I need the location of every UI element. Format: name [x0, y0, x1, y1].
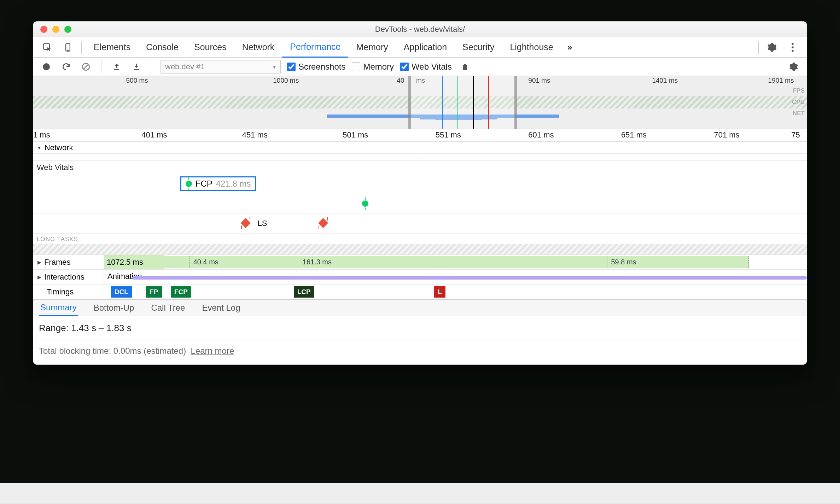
svg-rect-10 — [134, 69, 139, 70]
collapsed-indicator[interactable]: ⋯ — [33, 154, 807, 161]
tab-performance[interactable]: Performance — [282, 37, 348, 58]
frame-block[interactable]: 40.4 ms — [190, 256, 299, 268]
layout-shift-marker[interactable] — [318, 218, 328, 228]
tab-security[interactable]: Security — [455, 37, 502, 58]
svg-point-6 — [43, 63, 50, 70]
ruler-tick: 401 ms — [141, 130, 167, 140]
overview-brush[interactable] — [408, 76, 517, 129]
overview-labels: FPS CPU NET — [792, 85, 805, 119]
record-button[interactable] — [40, 60, 53, 74]
window-controls — [33, 26, 71, 33]
details-tab-summary[interactable]: Summary — [39, 299, 78, 316]
overview-tick: 901 ms — [528, 77, 550, 84]
overview-tick: 40 — [397, 77, 404, 84]
tab-memory[interactable]: Memory — [348, 37, 396, 58]
tab-network[interactable]: Network — [234, 37, 282, 58]
timings-label: Timings — [47, 287, 74, 297]
fcp-value: 421.8 ms — [216, 179, 251, 189]
disclosure-triangle-icon: ▶ — [37, 274, 41, 280]
fcp-label: FCP — [196, 179, 212, 189]
svg-line-8 — [84, 64, 88, 69]
overview-tick: 1901 ms — [768, 77, 794, 84]
web-vitals-section: Web Vitals FCP 421.8 ms LS LONG TASKS — [33, 161, 807, 255]
ruler-tick: 701 ms — [714, 130, 739, 140]
separator — [101, 60, 101, 73]
inspect-icon[interactable] — [38, 38, 57, 57]
ruler-tick: 601 ms — [528, 130, 554, 140]
kebab-menu-icon[interactable] — [783, 38, 802, 57]
clear-button[interactable] — [79, 60, 93, 74]
delete-button[interactable] — [458, 60, 472, 74]
tab-sources[interactable]: Sources — [186, 37, 234, 58]
screenshots-checkbox[interactable]: Screenshots — [287, 62, 345, 72]
long-tasks-lane — [33, 244, 807, 255]
details-tab-call-tree[interactable]: Call Tree — [150, 299, 186, 316]
web-vitals-header[interactable]: Web Vitals — [33, 161, 807, 174]
details-tab-event-log[interactable]: Event Log — [200, 299, 241, 316]
webvitals-checkbox[interactable]: Web Vitals — [400, 62, 452, 72]
panel-tabs: ElementsConsoleSourcesNetworkPerformance… — [33, 37, 807, 58]
frames-track[interactable]: ▶Frames 1072.5 ms 40.4 ms161.3 ms59.8 ms — [33, 255, 807, 270]
disclosure-triangle-icon: ▶ — [37, 259, 41, 265]
network-section-header[interactable]: ▼ Network — [33, 142, 807, 154]
maximize-icon[interactable] — [64, 26, 71, 33]
fcp-marker[interactable]: FCP 421.8 ms — [180, 176, 256, 191]
ruler-tick: 1 ms — [33, 130, 50, 140]
details-tabs: SummaryBottom-UpCall TreeEvent Log — [33, 299, 807, 316]
tab-lighthouse[interactable]: Lighthouse — [502, 37, 561, 58]
time-ruler[interactable]: 1 ms401 ms451 ms501 ms551 ms601 ms651 ms… — [33, 129, 807, 142]
svg-point-4 — [792, 46, 794, 48]
timing-l[interactable]: L — [434, 286, 445, 298]
settings-icon[interactable] — [763, 38, 781, 57]
network-label: Network — [45, 143, 73, 152]
timing-lcp[interactable]: LCP — [294, 286, 314, 298]
animation-bar[interactable] — [132, 276, 807, 280]
capture-settings-icon[interactable] — [787, 60, 800, 74]
timeline-overview[interactable]: 500 ms1000 ms40ms901 ms1401 ms1901 ms FP… — [33, 76, 807, 129]
frame-block[interactable]: 1072.5 ms — [104, 255, 164, 269]
learn-more-link[interactable]: Learn more — [191, 346, 234, 356]
timing-dcl[interactable]: DCL — [111, 286, 132, 298]
details-tab-bottom-up[interactable]: Bottom-Up — [92, 299, 136, 316]
ls-label: LS — [258, 219, 267, 228]
separator — [152, 60, 152, 73]
overview-tick: 1000 ms — [273, 77, 299, 84]
frame-block[interactable]: 59.8 ms — [607, 256, 749, 268]
devtools-window: DevTools - web.dev/vitals/ ElementsConso… — [33, 21, 807, 365]
minimize-icon[interactable] — [52, 26, 59, 33]
footer: Total blocking time: 0.00ms (estimated) … — [33, 340, 807, 364]
tab-elements[interactable]: Elements — [86, 37, 138, 58]
svg-rect-9 — [114, 69, 119, 70]
frame-block[interactable]: 161.3 ms — [299, 256, 608, 268]
reload-button[interactable] — [59, 60, 73, 74]
device-toggle-icon[interactable] — [59, 38, 77, 57]
overview-tick: 1401 ms — [652, 77, 678, 84]
ruler-tick: 501 ms — [343, 130, 368, 140]
more-tabs-button[interactable]: » — [563, 37, 577, 58]
frames-label: Frames — [44, 258, 71, 267]
ruler-tick: 75 — [791, 130, 800, 140]
frame-block[interactable] — [164, 256, 190, 268]
memory-checkbox[interactable]: Memory — [352, 62, 394, 72]
ruler-tick: 651 ms — [621, 130, 647, 140]
tab-console[interactable]: Console — [138, 37, 186, 58]
window-title: DevTools - web.dev/vitals/ — [33, 25, 807, 34]
vitals-marker[interactable] — [362, 200, 368, 207]
close-icon[interactable] — [40, 26, 47, 33]
timings-track[interactable]: Timings DCLFPFCPLCPL — [33, 285, 807, 299]
timing-fcp[interactable]: FCP — [171, 286, 191, 298]
good-dot-icon — [186, 181, 192, 187]
timing-fp[interactable]: FP — [146, 286, 162, 298]
separator — [758, 41, 759, 54]
interactions-track[interactable]: ▶Interactions Animation — [33, 270, 807, 285]
svg-point-5 — [792, 50, 794, 52]
performance-toolbar: web.dev #1 Screenshots Memory Web Vitals — [33, 58, 807, 76]
ruler-tick: 451 ms — [242, 130, 268, 140]
session-select[interactable]: web.dev #1 — [161, 60, 281, 74]
save-profile-button[interactable] — [130, 60, 143, 74]
load-profile-button[interactable] — [110, 60, 123, 74]
layout-shift-marker[interactable] — [241, 218, 251, 228]
session-label: web.dev #1 — [165, 62, 205, 71]
tab-application[interactable]: Application — [396, 37, 455, 58]
ruler-tick: 551 ms — [436, 130, 461, 140]
